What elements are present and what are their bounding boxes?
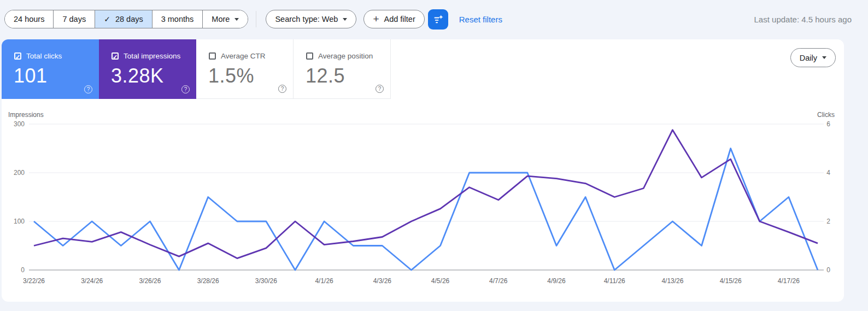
metric-tile-total-clicks[interactable]: ✓Total clicks101? bbox=[2, 39, 99, 99]
checkbox-checked-icon[interactable]: ✓ bbox=[112, 52, 119, 60]
toolbar: 24 hours7 days✓28 days3 monthsMore Searc… bbox=[4, 9, 852, 29]
reset-filters-link[interactable]: Reset filters bbox=[459, 15, 502, 24]
metric-header: ✓Total clicks bbox=[14, 52, 62, 60]
metric-tile-average-position[interactable]: Average position12.5? bbox=[294, 39, 391, 99]
date-range-label: 24 hours bbox=[14, 15, 44, 24]
x-axis-tick: 3/28/26 bbox=[197, 277, 219, 285]
metric-header: ✓Total impressions bbox=[112, 52, 180, 60]
x-axis-tick: 3/22/26 bbox=[23, 277, 45, 285]
x-axis-tick: 3/30/26 bbox=[255, 277, 277, 285]
x-axis-tick: 3/26/26 bbox=[139, 277, 161, 285]
add-filter-label: Add filter bbox=[384, 15, 415, 24]
granularity-label: Daily bbox=[800, 54, 817, 62]
left-axis-tick: 100 bbox=[14, 218, 25, 225]
right-axis-tick: 4 bbox=[826, 169, 830, 177]
checkbox-checked-icon[interactable]: ✓ bbox=[14, 52, 21, 60]
metric-value: 3.28K bbox=[111, 64, 164, 87]
date-range-label: 28 days bbox=[115, 15, 143, 24]
date-range-label: More bbox=[212, 15, 230, 24]
metric-header: Average CTR bbox=[209, 52, 266, 60]
date-range-28-days[interactable]: ✓28 days bbox=[95, 10, 152, 28]
date-range-3-months[interactable]: 3 months bbox=[152, 10, 203, 28]
help-icon[interactable]: ? bbox=[181, 85, 190, 93]
performance-chart[interactable]: ImpressionsClicks300620041002003/22/263/… bbox=[2, 109, 844, 292]
check-icon: ✓ bbox=[104, 15, 110, 24]
right-axis-tick: 0 bbox=[826, 266, 830, 274]
date-range-24-hours[interactable]: 24 hours bbox=[5, 10, 53, 28]
x-axis-tick: 4/1/26 bbox=[315, 277, 333, 285]
metric-value: 1.5% bbox=[208, 64, 254, 87]
right-axis-title: Clicks bbox=[817, 111, 835, 119]
metric-tiles: ✓Total clicks101?✓Total impressions3.28K… bbox=[2, 39, 391, 99]
performance-card: ✓Total clicks101?✓Total impressions3.28K… bbox=[2, 39, 844, 302]
filter-settings-button[interactable] bbox=[428, 9, 448, 30]
x-axis-tick: 4/9/26 bbox=[547, 277, 566, 285]
help-icon[interactable]: ? bbox=[376, 85, 384, 93]
x-axis-tick: 3/24/26 bbox=[81, 277, 103, 285]
last-update-text: Last update: 4.5 hours ago bbox=[754, 15, 852, 24]
left-axis-title: Impressions bbox=[8, 111, 44, 119]
toolbar-divider bbox=[256, 11, 256, 27]
date-range-more[interactable]: More bbox=[202, 10, 248, 28]
search-type-dropdown[interactable]: Search type: Web bbox=[266, 10, 356, 28]
x-axis-tick: 4/3/26 bbox=[373, 277, 392, 285]
metric-label: Average CTR bbox=[221, 52, 266, 60]
right-axis-tick: 6 bbox=[826, 120, 830, 128]
metric-header: Average position bbox=[306, 52, 373, 60]
plus-icon: + bbox=[373, 13, 379, 25]
search-console-performance-page: 24 hours7 days✓28 days3 monthsMore Searc… bbox=[0, 0, 868, 311]
x-axis-tick: 4/5/26 bbox=[431, 277, 450, 285]
impressions-line bbox=[34, 130, 818, 259]
right-axis-tick: 2 bbox=[826, 218, 830, 225]
chevron-down-icon bbox=[343, 18, 347, 21]
filter-sparkle-icon bbox=[432, 14, 444, 25]
metric-value: 12.5 bbox=[306, 64, 345, 87]
x-axis-tick: 4/13/26 bbox=[661, 277, 683, 285]
checkbox-unchecked-icon[interactable] bbox=[306, 52, 313, 60]
chevron-down-icon bbox=[822, 56, 826, 59]
help-icon[interactable]: ? bbox=[278, 85, 286, 93]
x-axis-tick: 4/15/26 bbox=[720, 277, 742, 285]
x-axis-tick: 4/7/26 bbox=[489, 277, 508, 285]
metric-label: Total impressions bbox=[124, 52, 180, 60]
granularity-dropdown[interactable]: Daily bbox=[790, 48, 836, 67]
date-range-7-days[interactable]: 7 days bbox=[53, 10, 95, 28]
left-axis-tick: 0 bbox=[21, 266, 25, 274]
left-axis-tick: 200 bbox=[14, 169, 25, 177]
checkbox-unchecked-icon[interactable] bbox=[209, 52, 216, 60]
date-range-label: 7 days bbox=[62, 15, 86, 24]
metric-label: Total clicks bbox=[26, 52, 62, 60]
clicks-line bbox=[34, 149, 818, 271]
metric-value: 101 bbox=[14, 64, 48, 87]
left-axis-tick: 300 bbox=[14, 120, 25, 128]
metric-label: Average position bbox=[318, 52, 373, 60]
search-type-label: Search type: Web bbox=[275, 15, 338, 24]
date-range-label: 3 months bbox=[161, 15, 194, 24]
x-axis-tick: 4/17/26 bbox=[778, 277, 800, 285]
add-filter-button[interactable]: + Add filter bbox=[363, 10, 424, 28]
date-range-group: 24 hours7 days✓28 days3 monthsMore bbox=[4, 10, 248, 28]
metric-tile-average-ctr[interactable]: Average CTR1.5%? bbox=[196, 39, 294, 99]
help-icon[interactable]: ? bbox=[84, 85, 92, 93]
x-axis-tick: 4/11/26 bbox=[604, 277, 625, 285]
metric-tile-total-impressions[interactable]: ✓Total impressions3.28K? bbox=[99, 39, 196, 99]
chevron-down-icon bbox=[234, 18, 239, 21]
